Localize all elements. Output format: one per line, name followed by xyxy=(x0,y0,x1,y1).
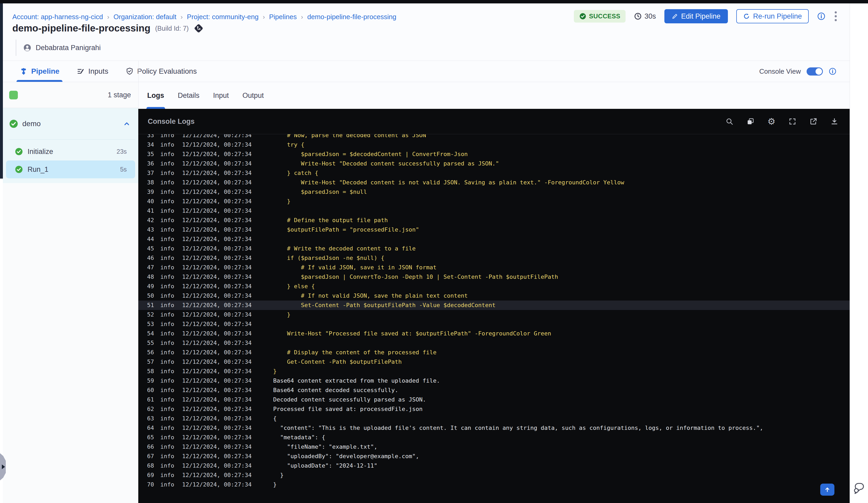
breadcrumb-link[interactable]: demo-pipeline-file-processing xyxy=(307,13,396,21)
stage-status-square xyxy=(9,91,18,99)
console-view-control: Console View xyxy=(759,67,850,75)
log-level: info xyxy=(160,405,174,414)
log-line-39: 39info12/12/2024, 00:27:34 $parsedJson =… xyxy=(138,187,850,197)
log-scroll-area[interactable]: 33info12/12/2024, 00:27:34 # Now, parse … xyxy=(138,134,850,503)
log-line-66: 66info12/12/2024, 00:27:34 "fileName": "… xyxy=(138,442,850,452)
tab-input[interactable]: Input xyxy=(213,82,229,109)
log-timestamp: 12/12/2024, 00:27:34 xyxy=(182,134,252,140)
help-chat-icon[interactable] xyxy=(852,482,866,496)
tab-output[interactable]: Output xyxy=(242,82,264,109)
log-level: info xyxy=(160,168,174,178)
log-timestamp: 12/12/2024, 00:27:34 xyxy=(182,225,252,234)
play-triangle-icon xyxy=(2,464,5,469)
log-timestamp: 12/12/2024, 00:27:34 xyxy=(182,386,252,395)
chevron-up-icon[interactable] xyxy=(123,120,131,127)
edit-pipeline-button[interactable]: Edit Pipeline xyxy=(664,9,728,23)
tab-pipeline[interactable]: Pipeline xyxy=(20,61,59,82)
log-message: # Define the output file path xyxy=(273,216,388,225)
open-in-new-icon[interactable] xyxy=(809,117,818,126)
log-timestamp: 12/12/2024, 00:27:34 xyxy=(182,253,252,263)
stage-count-row: 1 stage xyxy=(3,82,138,108)
log-level: info xyxy=(160,272,174,282)
tab-inputs[interactable]: Inputs xyxy=(76,61,108,82)
git-source-icon[interactable] xyxy=(193,23,204,34)
settings-gear-icon[interactable]: ⚙ xyxy=(767,117,776,126)
log-timestamp: 12/12/2024, 00:27:34 xyxy=(182,357,252,367)
console-view-toggle[interactable] xyxy=(807,67,823,75)
search-icon[interactable] xyxy=(725,117,734,126)
breadcrumb: Account: app-harness-ng-cicd›Organizatio… xyxy=(12,13,396,21)
console-view-info-icon[interactable] xyxy=(829,67,837,75)
tab-policy-evaluations[interactable]: Policy Evaluations xyxy=(126,61,197,82)
download-icon[interactable] xyxy=(830,117,839,126)
step-row-Run_1[interactable]: Run_15s xyxy=(6,160,135,178)
log-line-58: 58info12/12/2024, 00:27:34} xyxy=(138,367,850,376)
step-row-Initialize[interactable]: Initialize23s xyxy=(6,143,135,160)
log-line-45: 45info12/12/2024, 00:27:34 # Write the d… xyxy=(138,244,850,253)
log-timestamp: 12/12/2024, 00:27:34 xyxy=(182,140,252,149)
scroll-to-top-button[interactable] xyxy=(820,484,834,496)
execution-info-icon[interactable] xyxy=(817,12,826,20)
log-message: "uploadDate": "2024-12-11" xyxy=(273,461,377,471)
tab-details[interactable]: Details xyxy=(178,82,200,109)
log-line-number: 37 xyxy=(146,168,154,178)
console: Console Logs ⚙ 33info12/12/2024, 00:27:3… xyxy=(138,109,850,503)
breadcrumb-link[interactable]: Pipelines xyxy=(269,13,297,21)
log-level: info xyxy=(160,442,174,452)
console-view-label: Console View xyxy=(759,67,801,75)
log-line-40: 40info12/12/2024, 00:27:34 } xyxy=(138,197,850,206)
breadcrumb-link[interactable]: Account: app-harness-ng-cicd xyxy=(12,13,103,21)
log-timestamp: 12/12/2024, 00:27:34 xyxy=(182,471,252,480)
breadcrumb-link[interactable]: Organization: default xyxy=(113,13,176,21)
log-line-number: 66 xyxy=(146,442,154,452)
log-message: } xyxy=(273,197,290,206)
more-options-kebab-icon[interactable] xyxy=(834,11,838,21)
log-level: info xyxy=(160,386,174,395)
log-line-63: 63info12/12/2024, 00:27:34{ xyxy=(138,414,850,423)
log-message: $parsedJson | ConvertTo-Json -Depth 10 |… xyxy=(273,272,558,282)
log-line-number: 70 xyxy=(146,480,154,489)
log-line-number: 62 xyxy=(146,405,154,414)
log-message: "metadata": { xyxy=(273,433,326,442)
log-message: Write-Host "Decoded content successfully… xyxy=(273,159,499,168)
log-message: Processed file saved at: processedFile.j… xyxy=(273,405,423,414)
log-line-54: 54info12/12/2024, 00:27:34 Write-Host "P… xyxy=(138,329,850,338)
log-timestamp: 12/12/2024, 00:27:34 xyxy=(182,329,252,338)
log-level: info xyxy=(160,423,174,433)
pipeline-icon xyxy=(20,67,28,75)
log-level: info xyxy=(160,225,174,234)
header-actions: SUCCESS 30s Edit Pipeline Re-run Pipelin… xyxy=(574,9,838,24)
fullscreen-icon[interactable] xyxy=(788,117,797,126)
log-level: info xyxy=(160,357,174,367)
log-line-41: 41info12/12/2024, 00:27:34 xyxy=(138,206,850,216)
log-line-47: 47info12/12/2024, 00:27:34 # If valid JS… xyxy=(138,263,850,272)
log-line-number: 59 xyxy=(146,376,154,386)
stage-row-demo[interactable]: demo xyxy=(3,108,138,139)
step-list: Initialize23sRun_15s xyxy=(3,139,138,178)
rerun-pipeline-button[interactable]: Re-run Pipeline xyxy=(736,9,809,23)
tab-logs[interactable]: Logs xyxy=(147,82,164,109)
console-toolbar: ⚙ xyxy=(725,117,839,126)
breadcrumb-link[interactable]: Project: community-eng xyxy=(187,13,258,21)
log-line-number: 68 xyxy=(146,461,154,471)
log-line-70: 70info12/12/2024, 00:27:34} xyxy=(138,480,850,489)
log-timestamp: 12/12/2024, 00:27:34 xyxy=(182,244,252,253)
log-timestamp: 12/12/2024, 00:27:34 xyxy=(182,319,252,329)
log-message: } xyxy=(273,310,290,319)
log-timestamp: 12/12/2024, 00:27:34 xyxy=(182,433,252,442)
right-utility-strip xyxy=(850,3,868,503)
log-line-number: 61 xyxy=(146,395,154,405)
log-timestamp: 12/12/2024, 00:27:34 xyxy=(182,376,252,386)
log-line-number: 46 xyxy=(146,253,154,263)
log-message: # If not valid JSON, save the plain text… xyxy=(273,291,468,301)
log-line-number: 69 xyxy=(146,471,154,480)
log-timestamp: 12/12/2024, 00:27:34 xyxy=(182,206,252,216)
log-level: info xyxy=(160,244,174,253)
log-timestamp: 12/12/2024, 00:27:34 xyxy=(182,348,252,357)
log-panel: Logs Details Input Output Console Logs ⚙ xyxy=(138,82,850,503)
log-line-number: 34 xyxy=(146,140,154,149)
log-timestamp: 12/12/2024, 00:27:34 xyxy=(182,159,252,168)
log-line-number: 57 xyxy=(146,357,154,367)
copy-icon[interactable] xyxy=(746,117,755,126)
log-level: info xyxy=(160,206,174,216)
